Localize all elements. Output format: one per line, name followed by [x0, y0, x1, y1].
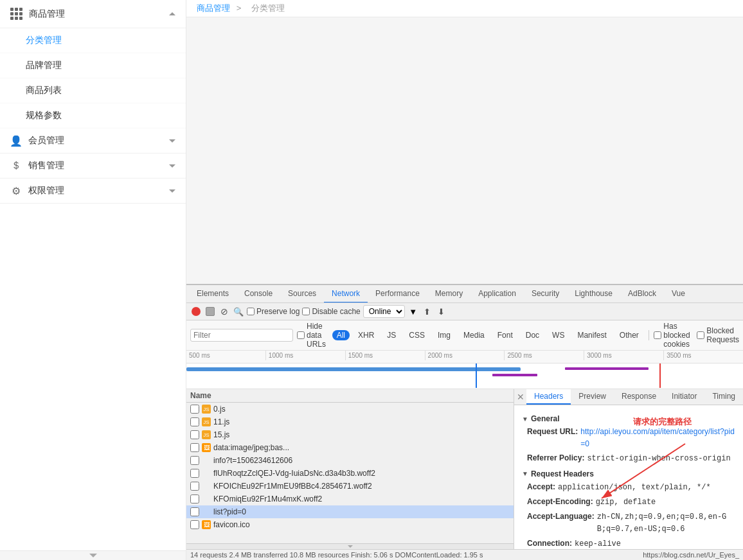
- throttle-options-btn[interactable]: ▼: [407, 306, 419, 317]
- req-checkbox[interactable]: [190, 494, 199, 503]
- section-general[interactable]: ▼ General: [522, 414, 735, 423]
- request-row[interactable]: KFOmiqEu92Fr1Mu4mxK.woff2: [186, 493, 514, 505]
- request-row[interactable]: JS 0.js: [186, 403, 514, 416]
- disable-cache-checkbox[interactable]: Disable cache: [302, 307, 360, 316]
- request-row-selected[interactable]: list?pid=0: [186, 505, 514, 518]
- filter-xhr-btn[interactable]: XHR: [354, 330, 379, 340]
- details-tab-preview[interactable]: Preview: [571, 389, 614, 405]
- preserve-log-checkbox[interactable]: Preserve log: [247, 307, 300, 316]
- req-checkbox[interactable]: [190, 507, 199, 516]
- referrer-policy-row: Referrer Policy: strict-origin-when-cros…: [522, 452, 735, 465]
- tab-security[interactable]: Security: [524, 285, 567, 303]
- details-tab-initiator[interactable]: Initiator: [664, 389, 704, 405]
- blocked-cookies-checkbox[interactable]: Has blocked cookies: [654, 322, 693, 349]
- req-checkbox[interactable]: [190, 405, 199, 414]
- stop-button[interactable]: [204, 306, 216, 317]
- disable-cache-input[interactable]: [302, 308, 310, 315]
- network-throttle-select[interactable]: Online: [363, 305, 405, 318]
- filter-font-btn[interactable]: Font: [493, 330, 517, 340]
- tab-network[interactable]: Network: [324, 285, 368, 303]
- details-tab-headers[interactable]: Headers: [526, 389, 571, 405]
- tab-adblock[interactable]: AdBlock: [620, 285, 664, 303]
- request-row[interactable]: JS 11.js: [186, 416, 514, 428]
- req-checkbox[interactable]: [190, 456, 199, 465]
- request-row[interactable]: JS 15.js: [186, 428, 514, 441]
- preserve-log-input[interactable]: [247, 308, 255, 315]
- section-arrow-headers: ▼: [522, 470, 528, 477]
- filter-doc-btn[interactable]: Doc: [521, 330, 544, 340]
- blocked-cookies-input[interactable]: [654, 331, 661, 339]
- req-checkbox[interactable]: [190, 430, 199, 439]
- filter-ws-btn[interactable]: WS: [548, 330, 569, 340]
- filter-js-btn[interactable]: JS: [382, 330, 400, 340]
- requests-panel: Name JS 0.js JS 11.js: [186, 389, 514, 549]
- filter-input[interactable]: [190, 329, 293, 342]
- timeline-area[interactable]: 500 ms 1000 ms 1500 ms 2000 ms 2500 ms 3…: [186, 351, 743, 389]
- req-name: favicon.ico: [213, 520, 510, 529]
- req-name: flUhRoqtzZclQEJ-Vdg-IuiaDsNc.d3a4b3b.wof…: [213, 469, 510, 478]
- sidebar-item-spec-params[interactable]: 规格参数: [0, 103, 186, 128]
- request-row[interactable]: 🖼 favicon.ico: [186, 518, 514, 531]
- tab-sources[interactable]: Sources: [280, 285, 324, 303]
- hide-data-urls-checkbox[interactable]: Hide data URLs: [297, 322, 328, 349]
- close-details-btn[interactable]: ✕: [515, 391, 526, 403]
- accept-label: Accept:: [527, 481, 555, 493]
- xhr-file-icon-selected: [202, 507, 211, 516]
- requests-col-name: Name: [190, 391, 211, 400]
- timeline-label-2500: 2500 ms: [505, 351, 584, 360]
- req-name: 15.js: [213, 430, 510, 439]
- blocked-requests-input[interactable]: [697, 331, 704, 339]
- sidebar-item-brand[interactable]: 品牌管理: [0, 53, 186, 78]
- req-checkbox[interactable]: [190, 482, 199, 491]
- request-row[interactable]: flUhRoqtzZclQEJ-Vdg-IuiaDsNc.d3a4b3b.wof…: [186, 467, 514, 480]
- filter-media-btn[interactable]: Media: [459, 330, 489, 340]
- req-checkbox[interactable]: [190, 417, 199, 426]
- timeline-label-500: 500 ms: [186, 351, 266, 360]
- filter-css-btn[interactable]: CSS: [404, 330, 429, 340]
- record-button[interactable]: [190, 306, 202, 317]
- import-har-btn[interactable]: ⬆: [422, 306, 433, 317]
- accept-row: Accept: application/json, text/plain, */…: [522, 481, 735, 494]
- details-tab-timing[interactable]: Timing: [704, 389, 743, 405]
- breadcrumb-parent[interactable]: 商品管理: [197, 3, 230, 13]
- request-row[interactable]: info?t=1506234612606: [186, 454, 514, 467]
- sidebar-item-member-mgmt[interactable]: 👤 会员管理: [0, 128, 186, 153]
- filter-manifest-btn[interactable]: Manifest: [573, 330, 611, 340]
- tab-vue[interactable]: Vue: [664, 285, 693, 303]
- details-content[interactable]: ▼ General Request URL: http://api.leyou.…: [514, 405, 743, 549]
- filter-button[interactable]: ⊘: [219, 306, 230, 317]
- requests-list[interactable]: JS 0.js JS 11.js JS 15.j: [186, 403, 514, 543]
- scroll-down-icon: [348, 545, 353, 548]
- record-icon: [192, 307, 201, 316]
- hide-data-urls-input[interactable]: [297, 331, 305, 339]
- sidebar-item-product-mgmt[interactable]: 商品管理: [0, 0, 186, 28]
- tab-lighthouse[interactable]: Lighthouse: [567, 285, 620, 303]
- tab-performance[interactable]: Performance: [368, 285, 427, 303]
- sidebar-item-permission-mgmt[interactable]: ⚙ 权限管理: [0, 179, 186, 204]
- tab-console[interactable]: Console: [237, 285, 280, 303]
- req-checkbox[interactable]: [190, 520, 199, 529]
- request-row[interactable]: 🖼 data:image/jpeg;bas...: [186, 441, 514, 454]
- details-tab-response[interactable]: Response: [614, 389, 664, 405]
- request-row[interactable]: KFOIChEu92Fr1MmEU9fBBc4.2854671.woff2: [186, 480, 514, 493]
- blocked-requests-checkbox[interactable]: Blocked Requests: [697, 326, 739, 344]
- requests-scroll-down: [186, 543, 514, 549]
- tab-application[interactable]: Application: [470, 285, 524, 303]
- sidebar-item-product-list[interactable]: 商品列表: [0, 78, 186, 103]
- section-request-headers[interactable]: ▼ Request Headers: [522, 469, 735, 478]
- filter-all-btn[interactable]: All: [332, 330, 350, 340]
- filter-bar: Hide data URLs All XHR JS CSS Img Media …: [186, 320, 743, 351]
- req-checkbox[interactable]: [190, 443, 199, 452]
- connection-value: keep-alive: [575, 538, 621, 549]
- tab-memory[interactable]: Memory: [427, 285, 470, 303]
- filter-other-btn[interactable]: Other: [615, 330, 643, 340]
- export-har-btn[interactable]: ⬇: [436, 306, 447, 317]
- sidebar-item-category[interactable]: 分类管理: [0, 28, 186, 53]
- request-url-value[interactable]: http://api.leyou.com/api/item/category/l…: [580, 426, 735, 450]
- search-button[interactable]: 🔍: [233, 306, 244, 317]
- req-checkbox[interactable]: [190, 469, 199, 478]
- sidebar-item-sales-mgmt[interactable]: ＄ 销售管理: [0, 153, 186, 179]
- filter-img-btn[interactable]: Img: [433, 330, 455, 340]
- tab-elements[interactable]: Elements: [189, 285, 237, 303]
- req-name: KFOIChEu92Fr1MmEU9fBBc4.2854671.woff2: [213, 482, 510, 491]
